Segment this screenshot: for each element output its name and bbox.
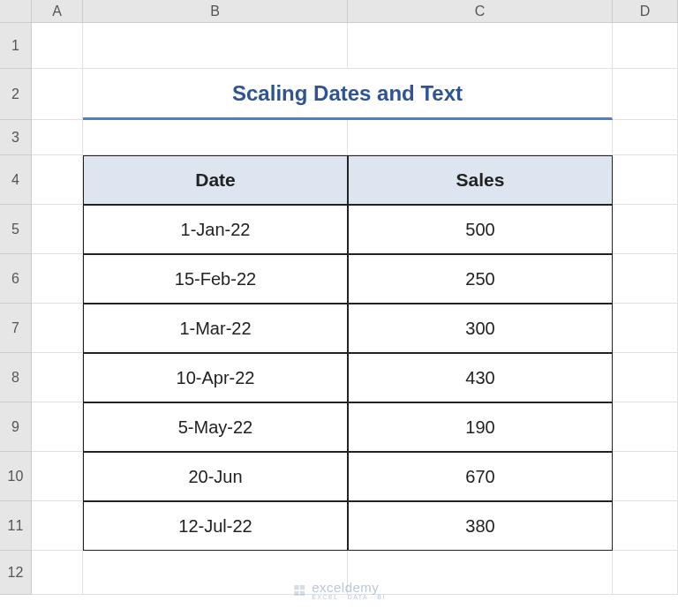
cell-A9[interactable] bbox=[32, 402, 83, 452]
cell-D2[interactable] bbox=[613, 69, 678, 120]
table-header-sales[interactable]: Sales bbox=[348, 155, 613, 205]
table-cell-sales[interactable]: 500 bbox=[348, 205, 613, 254]
row-header-1[interactable]: 1 bbox=[0, 23, 31, 69]
cell-D1[interactable] bbox=[613, 23, 678, 69]
cell-D7[interactable] bbox=[613, 304, 678, 353]
cell-D9[interactable] bbox=[613, 402, 678, 452]
cell-A7[interactable] bbox=[32, 304, 83, 353]
spreadsheet: ABCD 123456789101112 Scaling Dates and T… bbox=[0, 0, 678, 616]
row-header-9[interactable]: 9 bbox=[0, 402, 31, 452]
table-cell-sales[interactable]: 300 bbox=[348, 304, 613, 353]
row-header-6[interactable]: 6 bbox=[0, 254, 31, 304]
cell-D8[interactable] bbox=[613, 353, 678, 402]
column-header-B[interactable]: B bbox=[83, 0, 348, 22]
row-header-4[interactable]: 4 bbox=[0, 155, 31, 205]
grid-row: 15-Feb-22250 bbox=[32, 254, 678, 304]
grid-row: 10-Apr-22430 bbox=[32, 353, 678, 402]
watermark-sub: EXCEL · DATA · BI bbox=[312, 594, 386, 600]
table-header-date[interactable]: Date bbox=[83, 155, 348, 205]
cell-A4[interactable] bbox=[32, 155, 83, 205]
cell-A11[interactable] bbox=[32, 501, 83, 551]
cell-B3[interactable] bbox=[83, 120, 348, 155]
table-cell-date[interactable]: 1-Mar-22 bbox=[83, 304, 348, 353]
column-headers: ABCD bbox=[32, 0, 678, 23]
table-cell-sales[interactable]: 190 bbox=[348, 402, 613, 452]
grid-row: 1-Jan-22500 bbox=[32, 205, 678, 254]
grid-row: DateSales bbox=[32, 155, 678, 205]
table-cell-sales[interactable]: 670 bbox=[348, 452, 613, 501]
watermark-icon bbox=[292, 583, 306, 597]
table-cell-date[interactable]: 15-Feb-22 bbox=[83, 254, 348, 304]
cell-D11[interactable] bbox=[613, 501, 678, 551]
row-header-10[interactable]: 10 bbox=[0, 452, 31, 501]
cell-A6[interactable] bbox=[32, 254, 83, 304]
cell-D6[interactable] bbox=[613, 254, 678, 304]
grid-row: 5-May-22190 bbox=[32, 402, 678, 452]
column-header-D[interactable]: D bbox=[613, 0, 678, 22]
grid-row: 20-Jun670 bbox=[32, 452, 678, 501]
table-cell-date[interactable]: 12-Jul-22 bbox=[83, 501, 348, 551]
row-headers: 123456789101112 bbox=[0, 23, 32, 595]
grid-row bbox=[32, 23, 678, 69]
cell-D4[interactable] bbox=[613, 155, 678, 205]
row-header-2[interactable]: 2 bbox=[0, 69, 31, 120]
row-header-12[interactable]: 12 bbox=[0, 551, 31, 595]
select-all-corner[interactable] bbox=[0, 0, 32, 23]
title-cell[interactable]: Scaling Dates and Text bbox=[83, 69, 613, 120]
cell-D5[interactable] bbox=[613, 205, 678, 254]
cell-D12[interactable] bbox=[613, 551, 678, 595]
watermark: exceldemy EXCEL · DATA · BI bbox=[292, 581, 386, 600]
table-cell-date[interactable]: 20-Jun bbox=[83, 452, 348, 501]
row-header-7[interactable]: 7 bbox=[0, 304, 31, 353]
cell-A3[interactable] bbox=[32, 120, 83, 155]
cell-A10[interactable] bbox=[32, 452, 83, 501]
cell-D10[interactable] bbox=[613, 452, 678, 501]
cell-A2[interactable] bbox=[32, 69, 83, 120]
table-cell-date[interactable]: 10-Apr-22 bbox=[83, 353, 348, 402]
table-cell-sales[interactable]: 430 bbox=[348, 353, 613, 402]
watermark-main: exceldemy bbox=[312, 581, 386, 594]
cell-C12[interactable] bbox=[348, 551, 613, 595]
cell-A12[interactable] bbox=[32, 551, 83, 595]
row-header-11[interactable]: 11 bbox=[0, 501, 31, 551]
table-cell-date[interactable]: 1-Jan-22 bbox=[83, 205, 348, 254]
column-header-C[interactable]: C bbox=[348, 0, 613, 22]
table-cell-sales[interactable]: 250 bbox=[348, 254, 613, 304]
grid: Scaling Dates and TextDateSales1-Jan-225… bbox=[32, 23, 678, 616]
cell-A5[interactable] bbox=[32, 205, 83, 254]
cell-B1[interactable] bbox=[83, 23, 348, 69]
cell-A8[interactable] bbox=[32, 353, 83, 402]
grid-row: Scaling Dates and Text bbox=[32, 69, 678, 120]
cell-D3[interactable] bbox=[613, 120, 678, 155]
grid-row: 12-Jul-22380 bbox=[32, 501, 678, 551]
table-cell-date[interactable]: 5-May-22 bbox=[83, 402, 348, 452]
table-cell-sales[interactable]: 380 bbox=[348, 501, 613, 551]
cell-C3[interactable] bbox=[348, 120, 613, 155]
cell-A1[interactable] bbox=[32, 23, 83, 69]
row-header-8[interactable]: 8 bbox=[0, 353, 31, 402]
row-header-5[interactable]: 5 bbox=[0, 205, 31, 254]
cell-C1[interactable] bbox=[348, 23, 613, 69]
grid-row: 1-Mar-22300 bbox=[32, 304, 678, 353]
column-header-A[interactable]: A bbox=[32, 0, 83, 22]
row-header-3[interactable]: 3 bbox=[0, 120, 31, 155]
grid-row bbox=[32, 120, 678, 155]
